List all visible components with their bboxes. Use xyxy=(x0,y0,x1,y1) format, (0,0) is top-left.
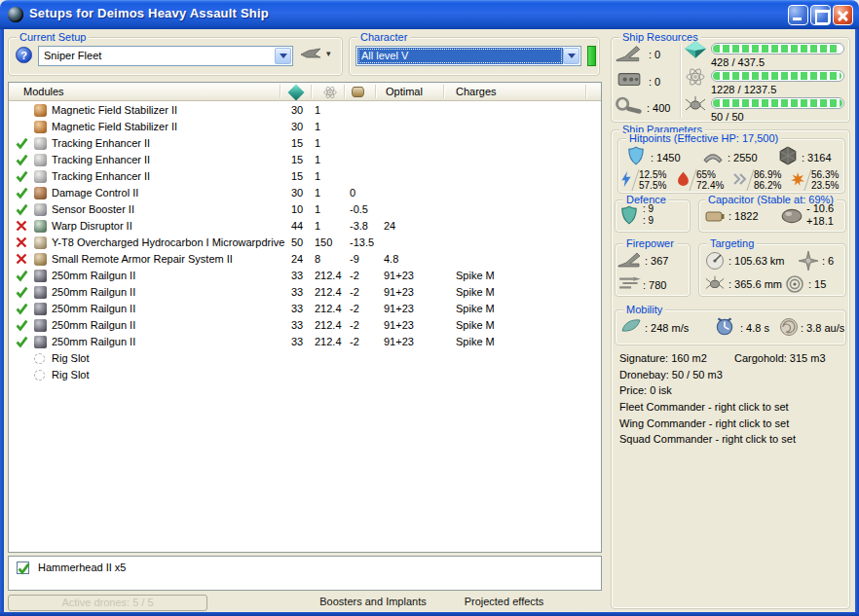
explosive-resist: 56.3%23.5% xyxy=(791,169,839,191)
powergrid-icon[interactable] xyxy=(323,86,337,101)
capacitor-icon[interactable] xyxy=(352,87,364,97)
turret-hardpoints-icon xyxy=(616,43,643,64)
character-combobox[interactable]: All level V xyxy=(355,46,581,66)
window-border-bottom xyxy=(0,612,859,616)
module-optimal: 4.8 xyxy=(384,251,398,268)
module-row[interactable]: Magnetic Field Stabilizer II301 xyxy=(9,119,601,135)
drone-item[interactable]: Hammerhead II x5 xyxy=(9,561,601,577)
firepower-turret-icon xyxy=(617,250,643,270)
setup-combobox-arrow[interactable] xyxy=(275,48,291,64)
structure-hp: : 3164 xyxy=(802,152,832,163)
rig-slot-icon xyxy=(34,370,45,380)
launchers-free: : 0 xyxy=(649,76,660,88)
launcher-hardpoints-icon xyxy=(616,69,642,91)
remote-armor-repairer-icon xyxy=(34,253,47,266)
module-row[interactable]: Tracking Enhancer II151 xyxy=(9,152,601,168)
module-row[interactable]: Tracking Enhancer II151 xyxy=(9,168,601,185)
module-row[interactable]: Rig Slot xyxy=(9,350,601,367)
module-cpu: 44 xyxy=(281,218,313,235)
tab-active-drones[interactable]: Active drones: 5 / 5 xyxy=(8,595,207,611)
module-row[interactable]: Rig Slot xyxy=(9,367,601,383)
module-pg: 212.4 xyxy=(315,301,342,317)
thermal-icon xyxy=(677,171,690,189)
column-charges[interactable]: Charges xyxy=(456,86,497,97)
setup-combobox-value: Sniper Fleet xyxy=(40,48,275,64)
tab-boosters-implants[interactable]: Boosters and Implants xyxy=(302,596,444,607)
setup-combobox[interactable]: Sniper Fleet xyxy=(38,46,293,66)
capacitor-drain: - 10.6 xyxy=(806,202,834,214)
module-optimal: 91+23 xyxy=(384,301,414,317)
column-optimal[interactable]: Optimal xyxy=(386,86,423,97)
close-button[interactable] xyxy=(833,5,853,25)
drone-bandwidth-bar xyxy=(711,97,844,109)
module-row[interactable]: Damage Control II3010 xyxy=(9,185,601,201)
cpu-icon[interactable] xyxy=(288,85,305,101)
module-cpu: 15 xyxy=(281,168,313,185)
module-row[interactable]: Warp Disruptor II441-3.824 xyxy=(9,218,601,235)
squad-commander-info[interactable]: Squad Commander - right click to set xyxy=(619,433,796,445)
module-row[interactable]: Y-T8 Overcharged Hydrocarbon I Microwarp… xyxy=(9,235,601,251)
module-cpu: 30 xyxy=(281,102,313,119)
capacitor-amount: : 1822 xyxy=(728,210,759,222)
cpu-icon xyxy=(684,40,707,61)
module-row[interactable]: 250mm Railgun II33212.4-291+23Spike M xyxy=(9,268,601,284)
module-charges: Spike M xyxy=(456,317,495,334)
cpu-usage: 428 / 437.5 xyxy=(711,56,765,68)
kinetic-resist: 86.9%86.2% xyxy=(733,169,781,191)
app-icon xyxy=(8,7,23,22)
module-name: Rig Slot xyxy=(52,367,90,383)
module-row[interactable]: 250mm Railgun II33212.4-291+23Spike M xyxy=(9,334,601,350)
module-name: 250mm Railgun II xyxy=(52,301,135,317)
character-skill-bar xyxy=(587,46,596,66)
minimize-button[interactable] xyxy=(788,5,808,25)
capacitor-recharge: +18.1 xyxy=(806,215,834,227)
module-optimal: 91+23 xyxy=(384,334,414,350)
module-row[interactable]: 250mm Railgun II33212.4-291+23Spike M xyxy=(9,317,601,334)
module-pg: 212.4 xyxy=(315,334,342,350)
module-row[interactable]: Tracking Enhancer II151 xyxy=(9,135,601,152)
capacitor-battery-icon xyxy=(705,208,725,226)
check-icon xyxy=(16,154,28,166)
tab-projected-effects[interactable]: Projected effects xyxy=(443,596,565,607)
column-modules[interactable]: Modules xyxy=(23,86,64,97)
character-combobox-arrow[interactable] xyxy=(563,48,579,64)
module-optimal: 91+23 xyxy=(384,284,414,301)
module-cpu: 24 xyxy=(281,251,313,268)
drones-listbox[interactable]: Hammerhead II x5 xyxy=(8,556,602,591)
firepower-dps: : 367 xyxy=(645,255,668,267)
module-row[interactable]: 250mm Railgun II33212.4-291+23Spike M xyxy=(9,301,601,317)
fleet-commander-info[interactable]: Fleet Commander - right click to set xyxy=(619,401,789,413)
module-optimal: 91+23 xyxy=(384,317,414,334)
module-row[interactable]: Magnetic Field Stabilizer II301 xyxy=(9,102,601,119)
module-cpu: 30 xyxy=(281,119,313,135)
railgun-icon xyxy=(34,270,47,282)
dronebay-info: Dronebay: 50 / 50 m3 xyxy=(619,369,723,380)
titlebar[interactable]: Setups for Deimos Heavy Assault Ship xyxy=(0,0,859,29)
drone-checkbox[interactable] xyxy=(17,562,29,574)
help-icon[interactable]: ? xyxy=(16,47,32,63)
module-row[interactable]: Small Remote Armor Repair System II248-9… xyxy=(9,251,601,268)
capacitor-recharge-icon xyxy=(781,208,803,226)
module-name: Magnetic Field Stabilizer II xyxy=(52,102,177,119)
module-cap: -2 xyxy=(350,284,359,301)
shield-icon xyxy=(626,146,646,167)
module-row[interactable]: Sensor Booster II101-0.5 xyxy=(9,201,601,218)
module-cpu: 50 xyxy=(281,235,313,251)
chevron-down-icon xyxy=(280,54,287,58)
wing-commander-info[interactable]: Wing Commander - right click to set xyxy=(619,417,789,429)
module-cap: -0.5 xyxy=(350,201,368,218)
ship-export-button[interactable] xyxy=(299,46,322,63)
check-icon xyxy=(16,203,28,216)
damage-control-icon xyxy=(34,187,47,199)
modules-table-header[interactable]: Modules Optimal Charges xyxy=(9,83,601,101)
module-name: Tracking Enhancer II xyxy=(52,135,150,152)
module-cpu: 15 xyxy=(281,135,313,152)
module-cpu: 33 xyxy=(281,317,313,334)
module-name: Tracking Enhancer II xyxy=(52,152,150,168)
character-combobox-value: All level V xyxy=(357,48,563,64)
ship-export-caret-icon[interactable]: ▾ xyxy=(326,49,331,58)
module-row[interactable]: 250mm Railgun II33212.4-291+23Spike M xyxy=(9,284,601,301)
maximize-button[interactable] xyxy=(810,5,831,25)
cargohold-info: Cargohold: 315 m3 xyxy=(734,352,826,364)
module-cap: -3.8 xyxy=(350,218,368,235)
